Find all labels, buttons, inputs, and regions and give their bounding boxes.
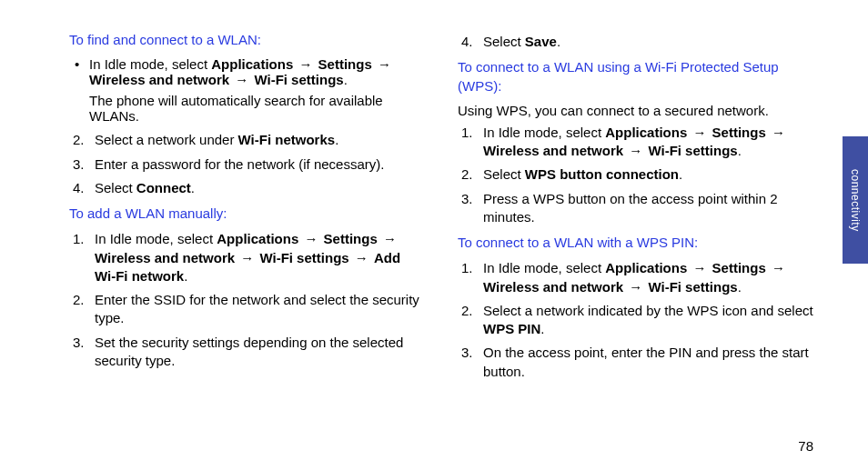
- step-idle-mode-pin: In Idle mode, select Applications → Sett…: [458, 259, 813, 296]
- bold-applications: Applications: [217, 231, 298, 246]
- step-sub: The phone will automatically search for …: [89, 93, 425, 124]
- bold-settings: Settings: [324, 231, 378, 246]
- arrow-icon: →: [376, 56, 393, 72]
- arrow-icon: →: [691, 124, 708, 142]
- step-select-wps-pin: Select a network indicated by the WPS ic…: [458, 302, 813, 339]
- text: Select: [483, 166, 525, 182]
- bold-wifi-settings: Wi-Fi settings: [648, 279, 737, 295]
- bold-wireless-network: Wireless and network: [483, 143, 623, 158]
- arrow-icon: →: [627, 278, 644, 296]
- arrow-icon: →: [770, 259, 787, 277]
- add-manually-cont: Select Save.: [458, 33, 813, 51]
- step-idle-mode: In Idle mode, select Applications → Sett…: [69, 56, 425, 124]
- step-security-settings: Set the security settings depending on t…: [69, 334, 425, 371]
- section-tab-label: connectivity: [849, 169, 862, 232]
- step-select-save: Select Save.: [458, 33, 813, 51]
- step-select-network: Select a network under Wi-Fi networks.: [69, 131, 425, 149]
- bold-settings: Settings: [712, 125, 766, 140]
- bold-save: Save: [525, 34, 557, 49]
- find-connect-steps: In Idle mode, select Applications → Sett…: [69, 56, 425, 124]
- text: In Idle mode, select: [483, 125, 605, 140]
- right-column: Select Save. To connect to a WLAN using …: [458, 27, 813, 470]
- bold-wifi-settings: Wi-Fi settings: [259, 250, 348, 265]
- find-connect-numbered: Select a network under Wi-Fi networks. E…: [69, 131, 425, 197]
- bold-wifi-settings: Wi-Fi settings: [254, 72, 343, 87]
- bold-wireless-network: Wireless and network: [95, 250, 235, 265]
- text: In Idle mode, select: [89, 56, 211, 72]
- step-enter-pin: On the access point, enter the PIN and p…: [458, 344, 813, 381]
- bold-applications: Applications: [211, 56, 293, 72]
- heading-wps: To connect to a WLAN using a Wi-Fi Prote…: [458, 58, 813, 95]
- text: Select a network under: [95, 132, 238, 147]
- arrow-icon: →: [691, 259, 708, 277]
- arrow-icon: →: [302, 230, 319, 248]
- wps-steps: In Idle mode, select Applications → Sett…: [458, 124, 813, 226]
- step-enter-ssid: Enter the SSID for the network and selec…: [69, 291, 425, 328]
- heading-find-connect: To find and connect to a WLAN:: [69, 31, 425, 49]
- bold-wifi-settings: Wi-Fi settings: [648, 143, 737, 158]
- bold-wps-pin: WPS PIN: [483, 321, 540, 336]
- heading-add-manually: To add a WLAN manually:: [69, 205, 425, 223]
- text: Select: [483, 34, 525, 49]
- arrow-icon: →: [381, 230, 399, 248]
- text: In Idle mode, select: [95, 231, 217, 246]
- step-select-connect: Select Connect.: [69, 179, 425, 197]
- arrow-icon: →: [233, 72, 250, 87]
- step-idle-mode-wps: In Idle mode, select Applications → Sett…: [458, 124, 813, 161]
- bold-settings: Settings: [712, 260, 766, 275]
- arrow-icon: →: [627, 142, 644, 160]
- bold-wireless-network: Wireless and network: [89, 72, 229, 87]
- step-idle-mode-add: In Idle mode, select Applications → Sett…: [69, 230, 425, 285]
- section-tab: connectivity: [843, 136, 868, 264]
- wps-intro: Using WPS, you can connect to a secured …: [458, 103, 813, 118]
- heading-wps-pin: To connect to a WLAN with a WPS PIN:: [458, 234, 813, 252]
- bold-connect: Connect: [136, 180, 191, 195]
- bold-wifi-networks: Wi-Fi networks: [238, 132, 336, 147]
- manual-page: To find and connect to a WLAN: In Idle m…: [0, 0, 868, 470]
- page-number: 78: [798, 438, 813, 454]
- bold-wps-button: WPS button connection: [525, 166, 679, 182]
- text: In Idle mode, select: [483, 260, 605, 275]
- arrow-icon: →: [353, 249, 370, 267]
- bold-applications: Applications: [605, 260, 687, 275]
- bold-settings: Settings: [318, 56, 372, 72]
- add-manually-steps: In Idle mode, select Applications → Sett…: [69, 230, 425, 370]
- arrow-icon: →: [297, 56, 314, 72]
- text: Select: [95, 180, 136, 195]
- step-enter-password: Enter a password for the network (if nec…: [69, 155, 425, 174]
- step-select-wps-button: Select WPS button connection.: [458, 165, 813, 184]
- left-column: To find and connect to a WLAN: In Idle m…: [69, 27, 425, 470]
- arrow-icon: →: [238, 249, 256, 267]
- step-press-wps: Press a WPS button on the access point w…: [458, 190, 813, 227]
- arrow-icon: →: [770, 124, 787, 142]
- bold-wireless-network: Wireless and network: [483, 279, 623, 295]
- wps-pin-steps: In Idle mode, select Applications → Sett…: [458, 259, 813, 381]
- text: Select a network indicated by the WPS ic…: [483, 303, 813, 318]
- bold-applications: Applications: [605, 125, 687, 140]
